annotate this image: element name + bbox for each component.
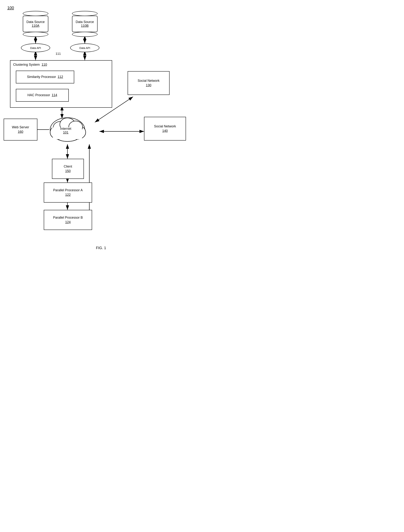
- social-network-140: Social Network 140: [144, 117, 186, 141]
- data-api-b: Data API: [70, 43, 99, 52]
- parallel-processor-b: Parallel Processor B 124: [44, 210, 92, 230]
- clustering-system-label: Clustering System 110: [13, 62, 47, 67]
- parallel-processor-a-label: Parallel Processor A 122: [53, 188, 82, 197]
- client-label: Client 150: [64, 164, 72, 173]
- web-server-label: Web Server 160: [12, 125, 29, 134]
- web-server: Web Server 160: [4, 119, 37, 141]
- svg-point-22: [69, 121, 82, 133]
- data-source-a: Data Source 110A: [23, 11, 48, 37]
- svg-point-17: [50, 125, 67, 139]
- data-source-a-label: Data Source 110A: [26, 20, 45, 28]
- similarity-processor-label: Similarity Processor 112: [27, 75, 63, 79]
- clustering-system: Clustering System 110 Similarity Process…: [10, 60, 112, 108]
- social-network-140-label: Social Network 140: [154, 124, 176, 133]
- parallel-processor-b-label: Parallel Processor B 124: [53, 215, 83, 225]
- svg-point-18: [69, 125, 86, 139]
- social-network-130-label: Social Network 130: [138, 78, 159, 88]
- parallel-processor-a: Parallel Processor A 122: [44, 182, 92, 203]
- data-source-b-label: Data Source 110B: [76, 20, 94, 28]
- svg-rect-23: [53, 127, 82, 139]
- api-ref-label: 111: [56, 52, 61, 56]
- data-source-b: Data Source 110B: [72, 11, 98, 37]
- hac-processor-label: HAC Processor 114: [27, 93, 57, 97]
- system-ref: 100: [7, 6, 14, 10]
- data-api-a: Data API: [21, 43, 50, 52]
- svg-point-20: [53, 122, 67, 133]
- svg-point-16: [50, 118, 85, 142]
- diagram: 100: [0, 0, 202, 255]
- similarity-processor: Similarity Processor 112: [16, 71, 74, 83]
- hac-processor: HAC Processor 114: [16, 89, 69, 102]
- social-network-130: Social Network 130: [128, 71, 170, 95]
- internet-label: Internet 101: [60, 127, 71, 135]
- svg-point-21: [60, 118, 75, 131]
- client: Client 150: [52, 159, 84, 179]
- svg-point-19: [52, 119, 83, 141]
- fig-label: FIG. 1: [96, 246, 106, 250]
